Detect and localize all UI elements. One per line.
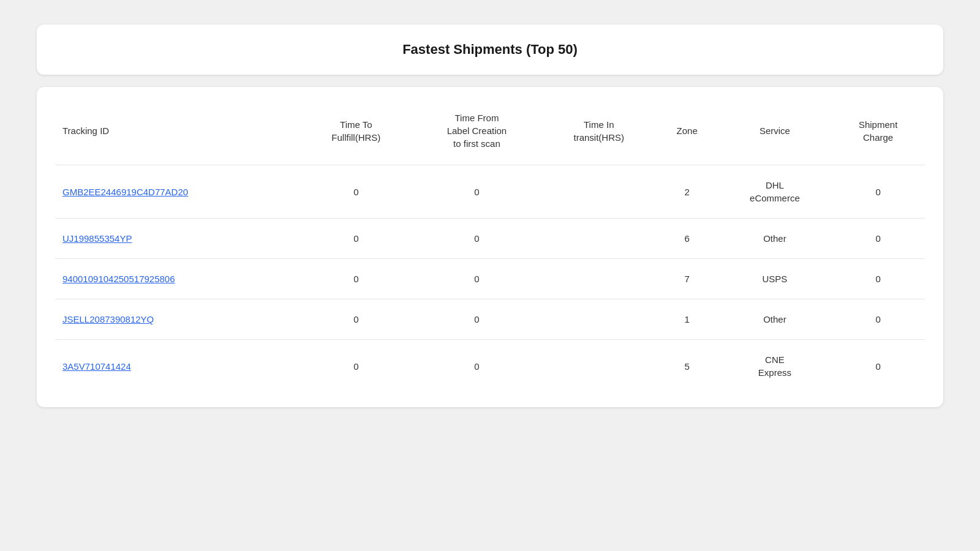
table-card: Tracking ID Time ToFullfill(HRS) Time Fr… bbox=[37, 87, 943, 407]
cell-tracking-id[interactable]: 9400109104250517925806 bbox=[55, 259, 300, 299]
cell-zone: 1 bbox=[656, 299, 718, 340]
cell-time-to-fulfill: 0 bbox=[300, 259, 412, 299]
cell-tracking-id[interactable]: JSELL2087390812YQ bbox=[55, 299, 300, 340]
table-row: 3A5V710741424005CNEExpress0 bbox=[55, 340, 925, 393]
table-row: JSELL2087390812YQ001Other0 bbox=[55, 299, 925, 340]
cell-time-in-transit bbox=[542, 259, 656, 299]
col-header-tracking-id: Tracking ID bbox=[55, 102, 300, 165]
cell-time-from-label: 0 bbox=[412, 299, 541, 340]
cell-time-to-fulfill: 0 bbox=[300, 165, 412, 219]
cell-time-in-transit bbox=[542, 165, 656, 219]
cell-service: Other bbox=[718, 299, 832, 340]
cell-zone: 5 bbox=[656, 340, 718, 393]
cell-tracking-id[interactable]: UJ199855354YP bbox=[55, 219, 300, 259]
cell-time-to-fulfill: 0 bbox=[300, 340, 412, 393]
table-row: 9400109104250517925806007USPS0 bbox=[55, 259, 925, 299]
cell-time-in-transit bbox=[542, 299, 656, 340]
col-header-zone: Zone bbox=[656, 102, 718, 165]
cell-tracking-id[interactable]: 3A5V710741424 bbox=[55, 340, 300, 393]
cell-zone: 7 bbox=[656, 259, 718, 299]
col-header-time-to-fulfill: Time ToFullfill(HRS) bbox=[300, 102, 412, 165]
cell-service: CNEExpress bbox=[718, 340, 832, 393]
col-header-shipment-charge: ShipmentCharge bbox=[831, 102, 925, 165]
cell-zone: 6 bbox=[656, 219, 718, 259]
cell-time-from-label: 0 bbox=[412, 219, 541, 259]
cell-time-from-label: 0 bbox=[412, 340, 541, 393]
table-header-row: Tracking ID Time ToFullfill(HRS) Time Fr… bbox=[55, 102, 925, 165]
cell-tracking-id[interactable]: GMB2EE2446919C4D77AD20 bbox=[55, 165, 300, 219]
col-header-service: Service bbox=[718, 102, 832, 165]
cell-time-in-transit bbox=[542, 219, 656, 259]
cell-time-to-fulfill: 0 bbox=[300, 299, 412, 340]
cell-time-from-label: 0 bbox=[412, 165, 541, 219]
cell-service: Other bbox=[718, 219, 832, 259]
cell-service: DHLeCommerce bbox=[718, 165, 832, 219]
col-header-time-in-transit: Time Intransit(HRS) bbox=[542, 102, 656, 165]
col-header-time-from-label: Time FromLabel Creationto first scan bbox=[412, 102, 541, 165]
cell-shipment-charge: 0 bbox=[831, 259, 925, 299]
cell-shipment-charge: 0 bbox=[831, 299, 925, 340]
page-title: Fastest Shipments (Top 50) bbox=[61, 42, 919, 58]
cell-shipment-charge: 0 bbox=[831, 340, 925, 393]
cell-zone: 2 bbox=[656, 165, 718, 219]
cell-time-to-fulfill: 0 bbox=[300, 219, 412, 259]
table-row: GMB2EE2446919C4D77AD20002DHLeCommerce0 bbox=[55, 165, 925, 219]
title-card: Fastest Shipments (Top 50) bbox=[37, 24, 943, 75]
cell-time-from-label: 0 bbox=[412, 259, 541, 299]
shipments-table: Tracking ID Time ToFullfill(HRS) Time Fr… bbox=[55, 102, 925, 392]
cell-service: USPS bbox=[718, 259, 832, 299]
cell-time-in-transit bbox=[542, 340, 656, 393]
cell-shipment-charge: 0 bbox=[831, 165, 925, 219]
cell-shipment-charge: 0 bbox=[831, 219, 925, 259]
table-row: UJ199855354YP006Other0 bbox=[55, 219, 925, 259]
